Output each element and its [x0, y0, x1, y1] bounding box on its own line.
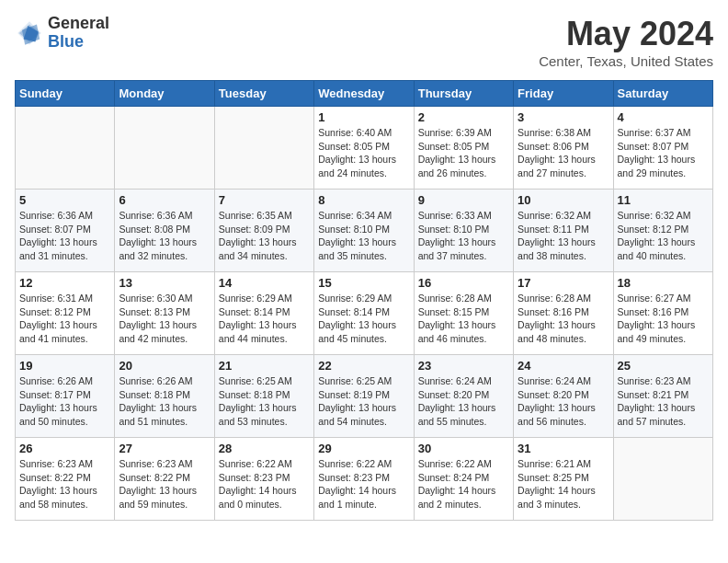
day-info: Sunrise: 6:26 AMSunset: 8:18 PMDaylight:…	[119, 374, 210, 429]
weekday-header-monday: Monday	[115, 81, 214, 107]
day-number: 24	[518, 359, 609, 373]
calendar-cell: 11Sunrise: 6:32 AMSunset: 8:12 PMDayligh…	[613, 190, 712, 272]
day-info: Sunrise: 6:29 AMSunset: 8:14 PMDaylight:…	[318, 292, 409, 346]
calendar-cell	[214, 107, 313, 190]
calendar-cell: 1Sunrise: 6:40 AMSunset: 8:05 PMDaylight…	[314, 107, 414, 190]
day-info: Sunrise: 6:22 AMSunset: 8:23 PMDaylight:…	[318, 457, 409, 511]
title-block: May 2024 Center, Texas, United States	[539, 15, 713, 69]
day-info: Sunrise: 6:36 AMSunset: 8:07 PMDaylight:…	[19, 209, 110, 263]
day-number: 27	[119, 442, 210, 455]
calendar-cell: 3Sunrise: 6:38 AMSunset: 8:06 PMDaylight…	[514, 107, 613, 190]
weekday-header-wednesday: Wednesday	[314, 81, 414, 107]
weekday-header-saturday: Saturday	[613, 81, 712, 107]
day-info: Sunrise: 6:32 AMSunset: 8:12 PMDaylight:…	[618, 209, 709, 263]
day-number: 18	[618, 276, 709, 290]
day-info: Sunrise: 6:23 AMSunset: 8:22 PMDaylight:…	[119, 457, 210, 511]
day-info: Sunrise: 6:21 AMSunset: 8:25 PMDaylight:…	[518, 457, 609, 511]
calendar-cell: 28Sunrise: 6:22 AMSunset: 8:23 PMDayligh…	[214, 438, 313, 521]
calendar-cell: 10Sunrise: 6:32 AMSunset: 8:11 PMDayligh…	[514, 190, 613, 272]
calendar-week-row: 19Sunrise: 6:26 AMSunset: 8:17 PMDayligh…	[16, 355, 713, 438]
calendar-cell: 15Sunrise: 6:29 AMSunset: 8:14 PMDayligh…	[314, 272, 414, 355]
day-info: Sunrise: 6:28 AMSunset: 8:16 PMDaylight:…	[518, 292, 609, 346]
day-info: Sunrise: 6:23 AMSunset: 8:22 PMDaylight:…	[19, 457, 110, 511]
day-number: 13	[119, 276, 210, 290]
day-number: 30	[418, 442, 509, 455]
calendar-cell: 16Sunrise: 6:28 AMSunset: 8:15 PMDayligh…	[414, 272, 513, 355]
calendar-cell: 29Sunrise: 6:22 AMSunset: 8:23 PMDayligh…	[314, 438, 414, 521]
day-number: 19	[19, 359, 110, 373]
day-number: 10	[518, 193, 609, 207]
calendar-cell: 6Sunrise: 6:36 AMSunset: 8:08 PMDaylight…	[115, 190, 214, 272]
day-number: 28	[219, 442, 310, 455]
day-info: Sunrise: 6:25 AMSunset: 8:19 PMDaylight:…	[318, 374, 409, 429]
day-info: Sunrise: 6:39 AMSunset: 8:05 PMDaylight:…	[418, 126, 509, 180]
day-number: 4	[618, 110, 709, 124]
calendar-cell: 18Sunrise: 6:27 AMSunset: 8:16 PMDayligh…	[613, 272, 712, 355]
logo-general: General	[48, 15, 109, 33]
logo-text: General Blue	[48, 15, 109, 52]
calendar-cell: 21Sunrise: 6:25 AMSunset: 8:18 PMDayligh…	[214, 355, 313, 438]
calendar-cell: 4Sunrise: 6:37 AMSunset: 8:07 PMDaylight…	[613, 107, 712, 190]
day-info: Sunrise: 6:26 AMSunset: 8:17 PMDaylight:…	[19, 374, 110, 429]
day-number: 7	[219, 193, 310, 207]
main-title: May 2024	[539, 15, 713, 53]
day-number: 5	[19, 193, 110, 207]
day-info: Sunrise: 6:32 AMSunset: 8:11 PMDaylight:…	[518, 209, 609, 263]
day-info: Sunrise: 6:24 AMSunset: 8:20 PMDaylight:…	[418, 374, 509, 429]
calendar-cell: 20Sunrise: 6:26 AMSunset: 8:18 PMDayligh…	[115, 355, 214, 438]
day-number: 11	[618, 193, 709, 207]
day-number: 31	[518, 442, 609, 455]
day-number: 21	[219, 359, 310, 373]
day-info: Sunrise: 6:29 AMSunset: 8:14 PMDaylight:…	[219, 292, 310, 346]
day-number: 15	[318, 276, 409, 290]
weekday-header-thursday: Thursday	[414, 81, 513, 107]
day-info: Sunrise: 6:38 AMSunset: 8:06 PMDaylight:…	[518, 126, 609, 180]
day-number: 29	[318, 442, 409, 455]
calendar-cell	[613, 438, 712, 521]
logo-icon	[15, 18, 44, 48]
calendar-cell: 24Sunrise: 6:24 AMSunset: 8:20 PMDayligh…	[514, 355, 613, 438]
day-number: 25	[618, 359, 709, 373]
day-number: 26	[19, 442, 110, 455]
calendar-cell: 19Sunrise: 6:26 AMSunset: 8:17 PMDayligh…	[16, 355, 115, 438]
calendar-cell: 31Sunrise: 6:21 AMSunset: 8:25 PMDayligh…	[514, 438, 613, 521]
calendar-cell: 17Sunrise: 6:28 AMSunset: 8:16 PMDayligh…	[514, 272, 613, 355]
day-info: Sunrise: 6:37 AMSunset: 8:07 PMDaylight:…	[618, 126, 709, 180]
header: General Blue May 2024 Center, Texas, Uni…	[15, 15, 713, 69]
day-info: Sunrise: 6:22 AMSunset: 8:23 PMDaylight:…	[219, 457, 310, 511]
day-number: 8	[318, 193, 409, 207]
calendar-cell: 26Sunrise: 6:23 AMSunset: 8:22 PMDayligh…	[16, 438, 115, 521]
day-info: Sunrise: 6:30 AMSunset: 8:13 PMDaylight:…	[119, 292, 210, 346]
calendar-cell: 2Sunrise: 6:39 AMSunset: 8:05 PMDaylight…	[414, 107, 513, 190]
day-info: Sunrise: 6:24 AMSunset: 8:20 PMDaylight:…	[518, 374, 609, 429]
day-info: Sunrise: 6:36 AMSunset: 8:08 PMDaylight:…	[119, 209, 210, 263]
calendar-cell: 9Sunrise: 6:33 AMSunset: 8:10 PMDaylight…	[414, 190, 513, 272]
day-number: 2	[418, 110, 509, 124]
subtitle: Center, Texas, United States	[539, 53, 713, 69]
weekday-header-sunday: Sunday	[16, 81, 115, 107]
day-number: 17	[518, 276, 609, 290]
day-number: 23	[418, 359, 509, 373]
calendar-cell: 5Sunrise: 6:36 AMSunset: 8:07 PMDaylight…	[16, 190, 115, 272]
calendar-cell: 27Sunrise: 6:23 AMSunset: 8:22 PMDayligh…	[115, 438, 214, 521]
logo: General Blue	[15, 15, 109, 52]
day-info: Sunrise: 6:22 AMSunset: 8:24 PMDaylight:…	[418, 457, 509, 511]
calendar-cell: 14Sunrise: 6:29 AMSunset: 8:14 PMDayligh…	[214, 272, 313, 355]
day-info: Sunrise: 6:28 AMSunset: 8:15 PMDaylight:…	[418, 292, 509, 346]
day-info: Sunrise: 6:34 AMSunset: 8:10 PMDaylight:…	[318, 209, 409, 263]
calendar-week-row: 5Sunrise: 6:36 AMSunset: 8:07 PMDaylight…	[16, 190, 713, 272]
day-info: Sunrise: 6:40 AMSunset: 8:05 PMDaylight:…	[318, 126, 409, 180]
day-number: 12	[19, 276, 110, 290]
calendar-cell: 12Sunrise: 6:31 AMSunset: 8:12 PMDayligh…	[16, 272, 115, 355]
day-number: 6	[119, 193, 210, 207]
day-info: Sunrise: 6:33 AMSunset: 8:10 PMDaylight:…	[418, 209, 509, 263]
day-number: 9	[418, 193, 509, 207]
calendar-cell	[115, 107, 214, 190]
calendar-cell: 13Sunrise: 6:30 AMSunset: 8:13 PMDayligh…	[115, 272, 214, 355]
weekday-header-friday: Friday	[514, 81, 613, 107]
calendar-week-row: 12Sunrise: 6:31 AMSunset: 8:12 PMDayligh…	[16, 272, 713, 355]
day-number: 14	[219, 276, 310, 290]
logo-blue: Blue	[48, 33, 109, 52]
day-info: Sunrise: 6:35 AMSunset: 8:09 PMDaylight:…	[219, 209, 310, 263]
day-number: 22	[318, 359, 409, 373]
